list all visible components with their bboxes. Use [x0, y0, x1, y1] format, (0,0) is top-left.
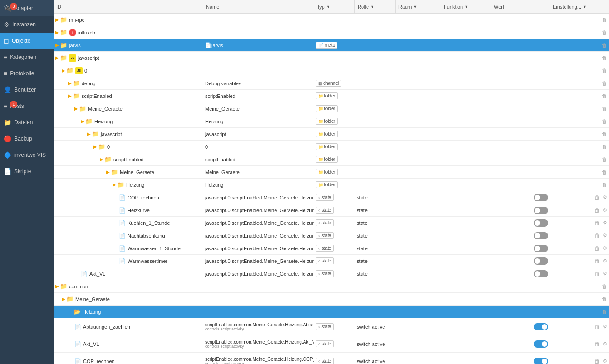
sidebar-item-hosts[interactable]: ≡Hosts1 [0, 98, 54, 114]
sidebar-item-objekte[interactable]: ◻Objekte [0, 33, 54, 49]
name-text: Meine_Geraete [205, 170, 240, 175]
table-row[interactable]: ▼ 📂Heizung 🗑 [54, 306, 609, 318]
delete-button[interactable]: 🗑 [602, 17, 607, 23]
delete-button[interactable]: 🗑 [594, 207, 600, 214]
col-header-name[interactable]: Name [203, 0, 314, 13]
table-row[interactable]: 📄COP_rechnen javascript.0.scriptEnabled.… [54, 191, 609, 204]
settings-button[interactable]: ⚙ [603, 245, 607, 251]
sidebar-item-kategorien[interactable]: ≡Kategorien [0, 49, 54, 65]
delete-button[interactable]: 🗑 [602, 93, 607, 99]
table-row[interactable]: ▶ 📁jarvis 📄 jarvis📄 meta 🗑 [54, 39, 609, 52]
table-row[interactable]: ▶ 📁Heizung Heizung 📁 folder 🗑 [54, 115, 609, 128]
toggle-switch[interactable] [534, 323, 548, 330]
toggle-switch[interactable] [534, 245, 548, 252]
table-row[interactable]: 📄Heizkurve javascript.0.scriptEnabled.Me… [54, 204, 609, 217]
table-row[interactable]: ▶ 📁Heizung Heizung 📁 folder 🗑 [54, 179, 609, 191]
cell-rolle [355, 26, 396, 39]
table-row[interactable]: ▶ 📁debug Debug variables ▦ channel 🗑 [54, 77, 609, 90]
table-row[interactable]: 📄Akt_VL javascript.0.scriptEnabled.Meine… [54, 267, 609, 280]
sidebar-item-benutzer[interactable]: 👤Benutzer [0, 82, 54, 98]
delete-button[interactable]: 🗑 [602, 283, 607, 290]
toggle-switch[interactable] [534, 194, 548, 201]
table-row[interactable]: 📄Warmwassertimer javascript.0.scriptEnab… [54, 255, 609, 267]
table-row[interactable]: ▶ 📁0 0 📁 folder 🗑 [54, 141, 609, 153]
table-row[interactable]: 📄COP_rechnen scriptEnabled.common.Meine_… [54, 353, 609, 364]
table-row[interactable]: ▶ 📁Meine_Geraete 🗑 [54, 293, 609, 306]
table-row[interactable]: 📄Kuehlen_1_Stunde javascript.0.scriptEna… [54, 217, 609, 229]
cell-id: ▶ 📁Meine_Geraete [54, 166, 203, 178]
table-row[interactable]: ▶ 📁iinfluxdb 🗑 [54, 26, 609, 39]
settings-button[interactable]: ⚙ [603, 220, 607, 226]
settings-button[interactable]: ⚙ [603, 194, 607, 200]
delete-button[interactable]: 🗑 [594, 233, 600, 239]
sidebar-item-instanzen[interactable]: ⚙Instanzen [0, 16, 54, 33]
delete-button[interactable]: 🗑 [602, 309, 607, 315]
sidebar-item-inventwo[interactable]: 🔷inventwo VIS [0, 147, 54, 163]
col-header-raum[interactable]: Raum ▼ [396, 0, 441, 13]
table-row[interactable]: ▶ 📁common 🗑 [54, 280, 609, 293]
col-header-id[interactable]: ID [54, 0, 203, 13]
delete-button[interactable]: 🗑 [594, 194, 600, 201]
name-sub: controls script activity [205, 327, 314, 331]
settings-button[interactable]: ⚙ [603, 258, 607, 264]
sidebar-item-protokolle[interactable]: ≡Protokolle [0, 65, 54, 82]
settings-button[interactable]: ⚙ [603, 233, 607, 238]
delete-button[interactable]: 🗑 [602, 29, 607, 36]
settings-button[interactable]: ⚙ [603, 207, 607, 213]
delete-button[interactable]: 🗑 [594, 258, 600, 264]
delete-button[interactable]: 🗑 [594, 324, 600, 330]
delete-button[interactable]: 🗑 [594, 358, 600, 364]
col-header-einstellung[interactable]: Einstellung... ▼ [550, 0, 609, 13]
toggle-switch[interactable] [534, 207, 548, 214]
toggle-switch[interactable] [534, 340, 548, 348]
delete-button[interactable]: 🗑 [602, 80, 607, 87]
toggle-switch[interactable] [534, 219, 548, 227]
delete-button[interactable]: 🗑 [602, 42, 607, 49]
table-row[interactable]: 📄Warmwasser_1_Stunde javascript.0.script… [54, 242, 609, 255]
col-header-rolle[interactable]: Rolle ▼ [355, 0, 396, 13]
delete-button[interactable]: 🗑 [602, 144, 607, 150]
cell-typ: ○ state [314, 267, 355, 280]
table-row[interactable]: 📄Akt_VL scriptEnabled.common.Meine_Gerae… [54, 335, 609, 353]
col-header-typ[interactable]: Typ ▼ [314, 0, 355, 13]
delete-button[interactable]: 🗑 [594, 271, 600, 277]
delete-button[interactable]: 🗑 [602, 131, 607, 137]
col-header-wert[interactable]: Wert [491, 0, 550, 13]
sidebar-item-backup[interactable]: 🔴Backup [0, 131, 54, 147]
delete-button[interactable]: 🗑 [602, 182, 607, 188]
settings-button[interactable]: ⚙ [603, 271, 607, 277]
toggle-switch[interactable] [534, 270, 548, 277]
table-row[interactable]: ▶ 📁scriptEnabled scriptEnabled 📁 folder … [54, 153, 609, 166]
delete-button[interactable]: 🗑 [602, 55, 607, 61]
table-row[interactable]: ▶ 📁mh-rpc 🗑 [54, 14, 609, 26]
table-row[interactable]: 📄Nachtabsenkung javascript.0.scriptEnabl… [54, 229, 609, 242]
delete-button[interactable]: 🗑 [594, 245, 600, 252]
table-row[interactable]: ▶ 📁javascript javascript 📁 folder 🗑 [54, 128, 609, 141]
cell-einstellung: 🗑 [550, 153, 609, 165]
toggle-switch[interactable] [534, 232, 548, 239]
sidebar-item-skripte[interactable]: 📄Skripte [0, 163, 54, 180]
table-row[interactable]: ▶ 📁JSjavascript 🗑 [54, 52, 609, 64]
delete-button[interactable]: 🗑 [602, 106, 607, 112]
settings-button[interactable]: ⚙ [603, 341, 607, 347]
settings-button[interactable]: ⚙ [603, 324, 607, 330]
delete-button[interactable]: 🗑 [602, 156, 607, 163]
col-header-funktion[interactable]: Funktion ▼ [441, 0, 491, 13]
sidebar-item-dateien[interactable]: 📁Dateien [0, 114, 54, 131]
delete-button[interactable]: 🗑 [602, 68, 607, 74]
table-row[interactable]: ▶ 📁Meine_Geraete Meine_Geraete 📁 folder … [54, 102, 609, 115]
delete-button[interactable]: 🗑 [594, 220, 600, 226]
table-row[interactable]: 📄Abtauungen_zaehlen scriptEnabled.common… [54, 318, 609, 335]
sidebar-item-adapter[interactable]: 🔌Adapter3 [0, 0, 54, 16]
delete-button[interactable]: 🗑 [602, 118, 607, 125]
delete-button[interactable]: 🗑 [602, 296, 607, 302]
table-row[interactable]: ▶ 📁scriptEnabled scriptEnabled 📁 folder … [54, 90, 609, 102]
table-row[interactable]: ▶ 📁JS0 🗑 [54, 64, 609, 77]
settings-button[interactable]: ⚙ [603, 358, 607, 364]
toggle-switch[interactable] [534, 358, 548, 364]
file-icon: 📄 [74, 324, 81, 330]
delete-button[interactable]: 🗑 [594, 341, 600, 347]
delete-button[interactable]: 🗑 [602, 169, 607, 175]
toggle-switch[interactable] [534, 257, 548, 265]
table-row[interactable]: ▶ 📁Meine_Geraete Meine_Geraete 📁 folder … [54, 166, 609, 179]
